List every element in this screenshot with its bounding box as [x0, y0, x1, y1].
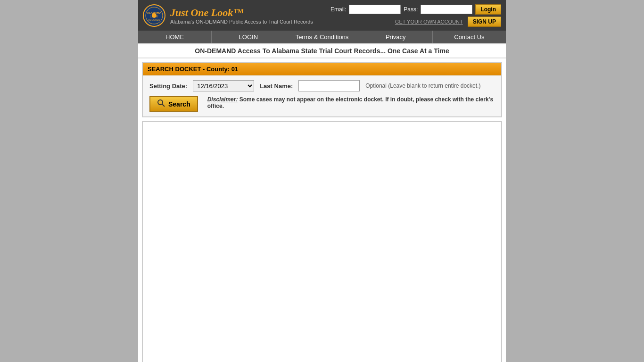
svg-point-5 [152, 13, 157, 18]
disclaimer-box: Disclaimer: Some cases may not appear on… [207, 96, 495, 109]
page-wrapper: ALABAMA COURT RECORDS Just One Look™ Ala… [138, 0, 506, 362]
auth-section: Email: Pass: Login GET YOUR OWN ACCOUNT … [330, 4, 501, 27]
nav-contact[interactable]: Contact Us [433, 31, 506, 43]
search-body: Setting Date: 12/16/2023 Last Name: Opti… [143, 75, 501, 116]
nav-home[interactable]: HOME [138, 31, 212, 43]
auth-bottom-row: GET YOUR OWN ACCOUNT SIGN UP [395, 16, 501, 27]
header: ALABAMA COURT RECORDS Just One Look™ Ala… [138, 0, 506, 31]
svg-line-7 [162, 104, 165, 107]
optional-text: Optional (Leave blank to return entire d… [365, 82, 480, 89]
search-icon [157, 99, 165, 109]
nav-terms[interactable]: Terms & Conditions [285, 31, 359, 43]
auth-top-row: Email: Pass: Login [330, 4, 501, 15]
get-account-link[interactable]: GET YOUR OWN ACCOUNT [395, 19, 463, 25]
nav-privacy[interactable]: Privacy [359, 31, 433, 43]
disclaimer-title: Disclaimer: [207, 96, 238, 103]
seal-icon: ALABAMA COURT RECORDS [143, 4, 165, 27]
search-button[interactable]: Search [149, 96, 198, 112]
lastname-label: Last Name: [260, 82, 293, 90]
setting-date-label: Setting Date: [149, 82, 187, 90]
pass-label: Pass: [404, 6, 418, 13]
tagline: ON-DEMAND Access To Alabama State Trial … [138, 43, 506, 58]
lastname-input[interactable] [298, 80, 360, 91]
search-panel: SEARCH DOCKET - County: 01 Setting Date:… [142, 62, 502, 117]
logo-section: ALABAMA COURT RECORDS Just One Look™ Ala… [143, 4, 313, 27]
search-header: SEARCH DOCKET - County: 01 [143, 63, 501, 75]
site-title: Just One Look™ [170, 7, 313, 19]
site-subtitle: Alabama's ON-DEMAND Public Access to Tri… [170, 19, 313, 25]
logo-text: Just One Look™ Alabama's ON-DEMAND Publi… [170, 7, 313, 25]
search-row-1: Setting Date: 12/16/2023 Last Name: Opti… [149, 80, 495, 91]
disclaimer-text: Some cases may not appear on the electro… [207, 96, 493, 109]
signup-button[interactable]: SIGN UP [468, 16, 501, 27]
svg-point-6 [158, 100, 163, 105]
results-area [142, 121, 502, 362]
login-button[interactable]: Login [475, 4, 501, 15]
navbar: HOME LOGIN Terms & Conditions Privacy Co… [138, 31, 506, 43]
email-label: Email: [330, 6, 346, 13]
password-input[interactable] [421, 5, 472, 14]
svg-text:RECORDS: RECORDS [148, 18, 160, 21]
nav-login[interactable]: LOGIN [212, 31, 285, 43]
search-row-2: Search Disclaimer: Some cases may not ap… [149, 96, 495, 112]
search-label: Search [168, 100, 190, 108]
email-input[interactable] [349, 5, 401, 14]
date-select[interactable]: 12/16/2023 [193, 80, 254, 91]
